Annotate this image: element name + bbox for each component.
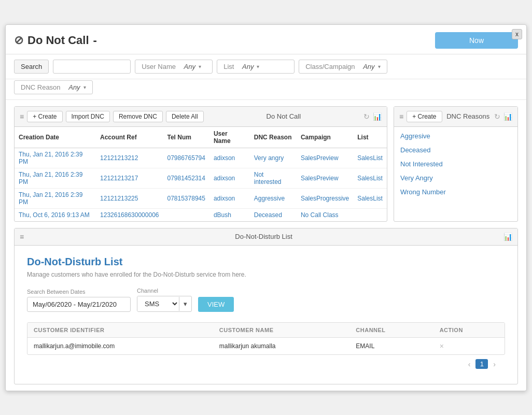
dnc-reason-filter[interactable]: DNC Reason Any ▾	[14, 80, 93, 94]
col-tel-num: Tel Num	[163, 127, 209, 148]
search-button[interactable]: Search	[14, 60, 49, 74]
list-item[interactable]: Aggresive	[394, 129, 517, 143]
link-dnc-reason[interactable]: Very angry	[254, 154, 284, 162]
table-row: mallikarjun.a@imimobile.commallikarjun a…	[27, 337, 505, 354]
channel-label: Channel	[137, 288, 192, 294]
dnd-subtitle: Manage customers who have enrolled for t…	[27, 271, 505, 278]
table-header-row: Creation Date Account Ref Tel Num User N…	[15, 127, 387, 148]
channel-arrow-icon[interactable]: ▾	[179, 297, 191, 311]
create-dnc-button[interactable]: + Create	[27, 111, 62, 122]
class-campaign-arrow-icon: ▾	[378, 64, 381, 69]
link-creation-date[interactable]: Thu, Jan 21, 2016 2:39 PM	[19, 171, 82, 185]
col-channel: CHANNEL	[349, 323, 433, 338]
username-value	[179, 63, 181, 70]
dnd-panel-header-title: Do-Not-Disturb List	[24, 233, 503, 240]
table-row: Thu, Jan 21, 2016 2:39 PM121212132120798…	[15, 148, 387, 168]
link-list[interactable]: SalesList	[357, 195, 383, 202]
link-creation-date[interactable]: Thu, Jan 21, 2016 2:39 PM	[19, 151, 82, 165]
link-campaign[interactable]: SalesPreview	[301, 175, 339, 182]
delete-row-button[interactable]: ×	[440, 342, 444, 350]
link-campaign[interactable]: SalesPreview	[301, 154, 339, 162]
create-reason-button[interactable]: + Create	[407, 111, 442, 122]
refresh-icon[interactable]: ↻	[363, 112, 370, 121]
table-row: Thu, Jan 21, 2016 2:39 PM121212132250781…	[15, 188, 387, 208]
dnd-chart-icon[interactable]: 📊	[503, 233, 512, 241]
link-dnc-reason[interactable]: Not interested	[254, 171, 282, 185]
list-item[interactable]: Not Interested	[394, 157, 517, 171]
link-user-name[interactable]: adixson	[214, 175, 235, 182]
link-creation-date[interactable]: Thu, Oct 6, 2016 9:13 AM	[19, 211, 90, 219]
header: ⊘ Do Not Call - Now	[6, 25, 526, 54]
link-campaign[interactable]: SalesProgressive	[301, 195, 349, 202]
link-user-name[interactable]: dBush	[214, 211, 231, 219]
main-panel-title: Do Not Call	[207, 112, 360, 120]
link-tel-num[interactable]: 07815378945	[167, 195, 205, 202]
side-hamburger-icon[interactable]: ≡	[399, 112, 403, 121]
chart-icon[interactable]: 📊	[373, 112, 382, 121]
link-dnc-reason[interactable]: Aggressive	[254, 195, 285, 202]
delete-all-button[interactable]: Delete All	[166, 111, 204, 122]
dnd-form: Search Between Dates Channel SMS EMAIL ▾	[27, 288, 505, 312]
link-user-name[interactable]: adixson	[214, 195, 235, 202]
list-item[interactable]: Wrong Number	[394, 185, 517, 199]
list-filter[interactable]: List Any ▾	[217, 60, 295, 74]
dnc-reasons-panel: ≡ + Create DNC Reasons ↻ 📊 AggresiveDece…	[394, 106, 518, 222]
channel-select-wrapper: SMS EMAIL ▾	[137, 296, 192, 312]
dnc-reason-arrow-icon: ▾	[83, 84, 86, 90]
title-text: Do Not Call	[27, 34, 89, 47]
link-list[interactable]: SalesList	[357, 175, 383, 182]
col-creation-date: Creation Date	[15, 127, 96, 148]
dnd-heading: Do-Not-Disturb List	[27, 256, 505, 268]
link-account-ref[interactable]: 12326168630000006	[100, 211, 159, 219]
view-button[interactable]: VIEW	[198, 297, 234, 312]
link-account-ref[interactable]: 12121213217	[100, 175, 138, 182]
next-page-button[interactable]: ›	[490, 359, 499, 369]
cell-list: SalesList	[353, 148, 387, 168]
main-window: x ⊘ Do Not Call - Now Search User Name A…	[5, 24, 527, 391]
prev-page-button[interactable]: ‹	[465, 359, 474, 369]
cell-action: ×	[433, 337, 505, 354]
close-button[interactable]: x	[512, 29, 522, 39]
import-dnc-button[interactable]: Import DNC	[66, 111, 110, 122]
col-campaign: Campaign	[297, 127, 353, 148]
list-item[interactable]: Very Angry	[394, 171, 517, 185]
channel-select[interactable]: SMS EMAIL	[137, 296, 179, 311]
cell-creation-date: Thu, Jan 21, 2016 2:39 PM	[15, 188, 96, 208]
search-input[interactable]	[53, 60, 131, 74]
link-creation-date[interactable]: Thu, Jan 21, 2016 2:39 PM	[19, 191, 82, 206]
list-item[interactable]: Deceased	[394, 143, 517, 157]
link-tel-num[interactable]: 07986765794	[167, 154, 205, 162]
current-page: 1	[475, 359, 488, 369]
link-tel-num[interactable]: 07981452314	[167, 175, 205, 182]
link-list[interactable]: SalesList	[357, 154, 383, 162]
date-range-input[interactable]	[27, 297, 131, 312]
cell-list: SalesList	[353, 168, 387, 188]
dnd-hamburger-icon[interactable]: ≡	[20, 233, 24, 241]
class-campaign-label: Class/Campaign	[305, 63, 355, 70]
remove-dnc-button[interactable]: Remove DNC	[113, 111, 163, 122]
table-row: Thu, Oct 6, 2016 9:13 AM1232616863000000…	[15, 208, 387, 221]
dnc-reason-any: Any	[68, 83, 80, 91]
now-button[interactable]: Now	[435, 32, 518, 49]
cell-tel-num: 07815378945	[163, 188, 209, 208]
cell-tel-num: 07986765794	[163, 148, 209, 168]
link-account-ref[interactable]: 12121213225	[100, 195, 138, 202]
top-panels: ≡ + Create Import DNC Remove DNC Delete …	[14, 106, 518, 222]
link-user-name[interactable]: adixson	[214, 154, 235, 162]
date-label: Search Between Dates	[27, 289, 131, 295]
cell-tel-num	[163, 208, 209, 221]
hamburger-icon[interactable]: ≡	[20, 112, 24, 121]
side-panel-title: DNC Reasons	[445, 112, 491, 120]
col-account-ref: Account Ref	[96, 127, 163, 148]
side-chart-icon[interactable]: 📊	[503, 112, 512, 121]
link-dnc-reason[interactable]: Deceased	[254, 211, 282, 219]
link-account-ref[interactable]: 12121213212	[100, 154, 138, 162]
side-refresh-icon[interactable]: ↻	[494, 112, 500, 121]
username-filter[interactable]: User Name Any ▾	[135, 60, 213, 74]
dnd-table: CUSTOMER IDENTIFIER CUSTOMER NAME CHANNE…	[27, 323, 505, 354]
cell-dnc-reason: Aggressive	[250, 188, 297, 208]
class-campaign-filter[interactable]: Class/Campaign Any ▾	[299, 60, 387, 74]
link-campaign[interactable]: No Call Class	[301, 211, 339, 219]
cell-campaign: SalesPreview	[297, 168, 353, 188]
cell-campaign: SalesPreview	[297, 148, 353, 168]
